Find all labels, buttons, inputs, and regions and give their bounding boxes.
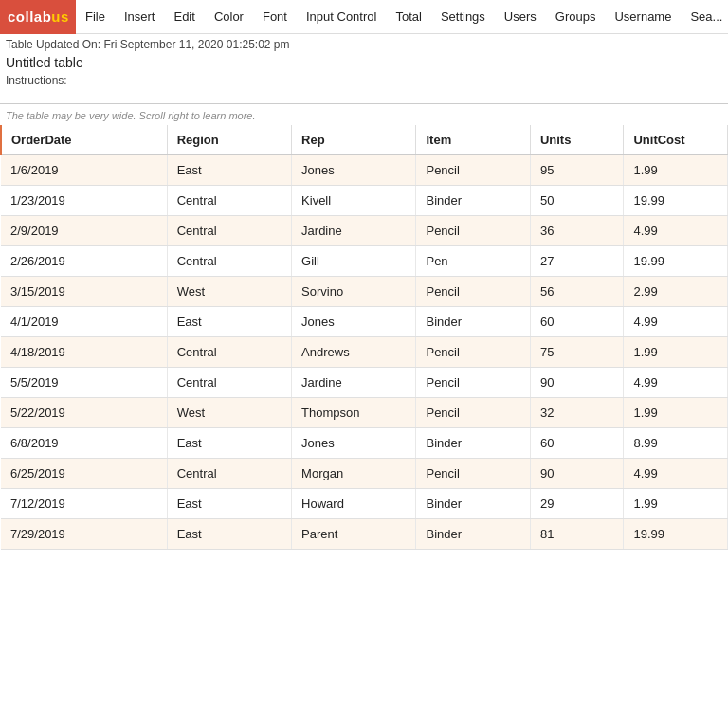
cell-item: Pencil	[416, 155, 530, 186]
cell-region: East	[167, 155, 291, 186]
table-title: Untitled table	[0, 53, 728, 72]
cell-rep: Parent	[292, 519, 416, 550]
nav-item-sea...[interactable]: Sea...	[681, 0, 728, 33]
updated-timestamp: Table Updated On: Fri September 11, 2020…	[6, 38, 290, 51]
cell-unitcost: 4.99	[624, 307, 728, 337]
cell-unitcost: 1.99	[624, 489, 728, 519]
cell-rep: Jones	[292, 428, 416, 459]
cell-units: 27	[530, 246, 624, 277]
cell-units: 36	[530, 216, 624, 246]
cell-rep: Thompson	[292, 398, 416, 428]
table-row: 3/15/2019WestSorvinoPencil562.99	[1, 277, 728, 307]
cell-orderdate: 1/6/2019	[1, 155, 167, 186]
cell-unitcost: 8.99	[624, 428, 728, 459]
cell-orderdate: 5/22/2019	[1, 398, 167, 428]
cell-rep: Andrews	[292, 337, 416, 368]
col-header-orderdate[interactable]: OrderDate	[1, 125, 167, 155]
data-table: OrderDate Region Rep Item Units UnitCost…	[0, 125, 728, 550]
cell-orderdate: 4/18/2019	[1, 337, 167, 368]
table-row: 2/9/2019CentralJardinePencil364.99	[1, 216, 728, 246]
nav-item-file[interactable]: File	[76, 0, 115, 33]
cell-units: 32	[530, 398, 624, 428]
nav-item-users[interactable]: Users	[495, 0, 546, 33]
cell-item: Pencil	[416, 368, 530, 398]
cell-item: Binder	[416, 428, 530, 459]
table-row: 1/6/2019EastJonesPencil951.99	[1, 155, 728, 186]
cell-item: Pencil	[416, 216, 530, 246]
table-row: 5/22/2019WestThompsonPencil321.99	[1, 398, 728, 428]
cell-unitcost: 1.99	[624, 337, 728, 368]
cell-item: Binder	[416, 307, 530, 337]
cell-item: Pencil	[416, 277, 530, 307]
cell-units: 95	[530, 155, 624, 186]
header-row: OrderDate Region Rep Item Units UnitCost	[1, 125, 728, 155]
nav-menu: FileInsertEditColorFontInput ControlTota…	[76, 0, 728, 33]
nav-item-edit[interactable]: Edit	[164, 0, 204, 33]
cell-units: 29	[530, 489, 624, 519]
cell-unitcost: 19.99	[624, 246, 728, 277]
top-navigation: collabus FileInsertEditColorFontInput Co…	[0, 0, 728, 34]
cell-rep: Jardine	[292, 368, 416, 398]
cell-unitcost: 4.99	[624, 216, 728, 246]
cell-item: Pencil	[416, 459, 530, 489]
cell-rep: Jones	[292, 307, 416, 337]
cell-item: Pencil	[416, 398, 530, 428]
col-header-region[interactable]: Region	[167, 125, 291, 155]
cell-units: 50	[530, 186, 624, 216]
table-row: 5/5/2019CentralJardinePencil904.99	[1, 368, 728, 398]
cell-region: Central	[167, 216, 291, 246]
cell-item: Binder	[416, 489, 530, 519]
table-container: OrderDate Region Rep Item Units UnitCost…	[0, 125, 728, 550]
cell-orderdate: 7/29/2019	[1, 519, 167, 550]
col-header-unitcost[interactable]: UnitCost	[624, 125, 728, 155]
cell-orderdate: 5/5/2019	[1, 368, 167, 398]
table-row: 7/29/2019EastParentBinder8119.99	[1, 519, 728, 550]
table-row: 1/23/2019CentralKivellBinder5019.99	[1, 186, 728, 216]
cell-region: East	[167, 489, 291, 519]
table-body: 1/6/2019EastJonesPencil951.991/23/2019Ce…	[1, 155, 728, 550]
table-header: OrderDate Region Rep Item Units UnitCost	[1, 125, 728, 155]
table-row: 4/1/2019EastJonesBinder604.99	[1, 307, 728, 337]
nav-item-total[interactable]: Total	[386, 0, 430, 33]
cell-orderdate: 2/26/2019	[1, 246, 167, 277]
nav-item-settings[interactable]: Settings	[431, 0, 495, 33]
cell-orderdate: 6/8/2019	[1, 428, 167, 459]
cell-units: 75	[530, 337, 624, 368]
cell-region: East	[167, 428, 291, 459]
cell-region: Central	[167, 368, 291, 398]
cell-orderdate: 2/9/2019	[1, 216, 167, 246]
cell-unitcost: 1.99	[624, 155, 728, 186]
cell-rep: Gill	[292, 246, 416, 277]
table-row: 2/26/2019CentralGillPen2719.99	[1, 246, 728, 277]
cell-unitcost: 1.99	[624, 398, 728, 428]
nav-item-insert[interactable]: Insert	[115, 0, 165, 33]
nav-item-input-control[interactable]: Input Control	[297, 0, 386, 33]
cell-region: East	[167, 519, 291, 550]
cell-rep: Jones	[292, 155, 416, 186]
logo-text: collabus	[8, 9, 69, 25]
col-header-rep[interactable]: Rep	[292, 125, 416, 155]
col-header-units[interactable]: Units	[530, 125, 624, 155]
cell-orderdate: 6/25/2019	[1, 459, 167, 489]
cell-item: Pen	[416, 246, 530, 277]
col-header-item[interactable]: Item	[416, 125, 530, 155]
table-updated-info: Table Updated On: Fri September 11, 2020…	[0, 34, 728, 53]
table-row: 4/18/2019CentralAndrewsPencil751.99	[1, 337, 728, 368]
nav-item-font[interactable]: Font	[253, 0, 297, 33]
cell-rep: Jardine	[292, 216, 416, 246]
cell-orderdate: 7/12/2019	[1, 489, 167, 519]
cell-rep: Sorvino	[292, 277, 416, 307]
cell-item: Pencil	[416, 337, 530, 368]
cell-units: 81	[530, 519, 624, 550]
nav-item-groups[interactable]: Groups	[546, 0, 606, 33]
cell-units: 90	[530, 368, 624, 398]
cell-units: 90	[530, 459, 624, 489]
table-row: 6/8/2019EastJonesBinder608.99	[1, 428, 728, 459]
cell-unitcost: 19.99	[624, 519, 728, 550]
logo[interactable]: collabus	[0, 0, 76, 34]
instructions-label: Instructions:	[0, 72, 728, 89]
nav-item-username[interactable]: Username	[605, 0, 681, 33]
cell-unitcost: 19.99	[624, 186, 728, 216]
nav-item-color[interactable]: Color	[205, 0, 253, 33]
cell-item: Binder	[416, 186, 530, 216]
